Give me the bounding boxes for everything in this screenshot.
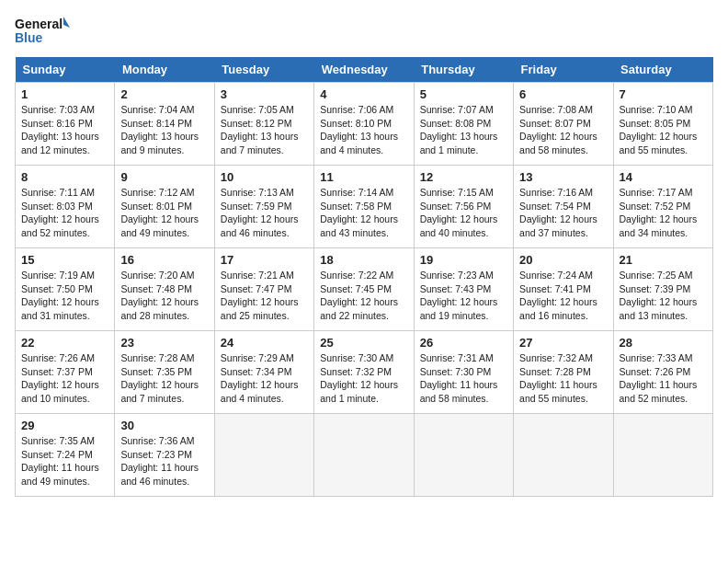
day-number: 6 xyxy=(519,87,607,101)
calendar-cell: 29Sunrise: 7:35 AMSunset: 7:24 PMDayligh… xyxy=(16,414,115,497)
svg-marker-2 xyxy=(63,17,70,28)
calendar-cell: 25Sunrise: 7:30 AMSunset: 7:32 PMDayligh… xyxy=(314,331,414,414)
calendar-cell: 13Sunrise: 7:16 AMSunset: 7:54 PMDayligh… xyxy=(514,166,613,248)
calendar-cell: 2Sunrise: 7:04 AMSunset: 8:14 PMDaylight… xyxy=(115,83,214,166)
calendar-cell: 21Sunrise: 7:25 AMSunset: 7:39 PMDayligh… xyxy=(613,248,712,331)
day-header-saturday: Saturday xyxy=(613,57,712,83)
day-number: 24 xyxy=(221,336,308,350)
day-number: 4 xyxy=(320,87,407,101)
week-row-1: 1Sunrise: 7:03 AMSunset: 8:16 PMDaylight… xyxy=(16,83,713,166)
calendar-cell: 14Sunrise: 7:17 AMSunset: 7:52 PMDayligh… xyxy=(613,166,712,248)
day-number: 3 xyxy=(221,87,308,101)
calendar-cell: 3Sunrise: 7:05 AMSunset: 8:12 PMDaylight… xyxy=(214,83,313,166)
calendar-cell xyxy=(613,414,712,497)
calendar-cell: 28Sunrise: 7:33 AMSunset: 7:26 PMDayligh… xyxy=(613,331,712,414)
week-row-4: 22Sunrise: 7:26 AMSunset: 7:37 PMDayligh… xyxy=(16,331,713,414)
day-number: 16 xyxy=(120,253,208,267)
day-header-thursday: Thursday xyxy=(414,57,513,83)
day-headers: SundayMondayTuesdayWednesdayThursdayFrid… xyxy=(16,57,713,83)
day-number: 30 xyxy=(120,419,208,432)
day-header-monday: Monday xyxy=(115,57,214,83)
calendar-cell: 4Sunrise: 7:06 AMSunset: 8:10 PMDaylight… xyxy=(314,83,414,166)
day-number: 23 xyxy=(120,336,208,350)
svg-text:Blue: Blue xyxy=(15,30,43,45)
week-row-5: 29Sunrise: 7:35 AMSunset: 7:24 PMDayligh… xyxy=(16,414,713,497)
day-header-tuesday: Tuesday xyxy=(214,57,313,83)
day-number: 17 xyxy=(221,253,308,267)
day-number: 28 xyxy=(620,336,707,350)
day-number: 11 xyxy=(320,170,407,184)
day-number: 18 xyxy=(320,253,407,267)
calendar-cell: 5Sunrise: 7:07 AMSunset: 8:08 PMDaylight… xyxy=(414,83,513,166)
page-header: General Blue xyxy=(15,15,713,48)
week-row-2: 8Sunrise: 7:11 AMSunset: 8:03 PMDaylight… xyxy=(16,166,713,248)
day-number: 8 xyxy=(21,170,108,184)
calendar-cell: 1Sunrise: 7:03 AMSunset: 8:16 PMDaylight… xyxy=(16,83,115,166)
day-number: 21 xyxy=(620,253,707,267)
calendar-cell: 19Sunrise: 7:23 AMSunset: 7:43 PMDayligh… xyxy=(414,248,513,331)
calendar-cell: 26Sunrise: 7:31 AMSunset: 7:30 PMDayligh… xyxy=(414,331,513,414)
calendar-cell: 8Sunrise: 7:11 AMSunset: 8:03 PMDaylight… xyxy=(16,166,115,248)
day-header-wednesday: Wednesday xyxy=(314,57,414,83)
day-number: 22 xyxy=(21,336,108,350)
day-number: 20 xyxy=(519,253,607,267)
svg-text:General: General xyxy=(15,17,63,31)
calendar-cell: 18Sunrise: 7:22 AMSunset: 7:45 PMDayligh… xyxy=(314,248,414,331)
calendar-cell: 24Sunrise: 7:29 AMSunset: 7:34 PMDayligh… xyxy=(214,331,313,414)
calendar-cell: 23Sunrise: 7:28 AMSunset: 7:35 PMDayligh… xyxy=(115,331,214,414)
calendar-cell xyxy=(514,414,613,497)
day-number: 25 xyxy=(320,336,407,350)
calendar-cell: 30Sunrise: 7:36 AMSunset: 7:23 PMDayligh… xyxy=(115,414,214,497)
day-header-sunday: Sunday xyxy=(16,57,115,83)
calendar-cell: 7Sunrise: 7:10 AMSunset: 8:05 PMDaylight… xyxy=(613,83,712,166)
logo: General Blue xyxy=(15,15,70,48)
calendar-cell: 22Sunrise: 7:26 AMSunset: 7:37 PMDayligh… xyxy=(16,331,115,414)
week-row-3: 15Sunrise: 7:19 AMSunset: 7:50 PMDayligh… xyxy=(16,248,713,331)
logo-svg: General Blue xyxy=(15,15,70,48)
calendar-cell xyxy=(214,414,313,497)
day-number: 27 xyxy=(519,336,607,350)
calendar-cell: 11Sunrise: 7:14 AMSunset: 7:58 PMDayligh… xyxy=(314,166,414,248)
day-number: 26 xyxy=(420,336,507,350)
calendar-cell: 6Sunrise: 7:08 AMSunset: 8:07 PMDaylight… xyxy=(514,83,613,166)
day-number: 15 xyxy=(21,253,108,267)
calendar-cell: 12Sunrise: 7:15 AMSunset: 7:56 PMDayligh… xyxy=(414,166,513,248)
calendar-cell: 16Sunrise: 7:20 AMSunset: 7:48 PMDayligh… xyxy=(115,248,214,331)
day-number: 10 xyxy=(221,170,308,184)
day-number: 14 xyxy=(620,170,707,184)
calendar-cell: 20Sunrise: 7:24 AMSunset: 7:41 PMDayligh… xyxy=(514,248,613,331)
calendar-cell: 15Sunrise: 7:19 AMSunset: 7:50 PMDayligh… xyxy=(16,248,115,331)
calendar-cell: 10Sunrise: 7:13 AMSunset: 7:59 PMDayligh… xyxy=(214,166,313,248)
day-number: 1 xyxy=(21,87,108,101)
calendar-cell: 9Sunrise: 7:12 AMSunset: 8:01 PMDaylight… xyxy=(115,166,214,248)
day-header-friday: Friday xyxy=(514,57,613,83)
calendar-cell xyxy=(414,414,513,497)
day-number: 19 xyxy=(420,253,507,267)
day-number: 9 xyxy=(120,170,208,184)
calendar-cell: 17Sunrise: 7:21 AMSunset: 7:47 PMDayligh… xyxy=(214,248,313,331)
calendar-cell: 27Sunrise: 7:32 AMSunset: 7:28 PMDayligh… xyxy=(514,331,613,414)
day-number: 7 xyxy=(620,87,707,101)
calendar-cell xyxy=(314,414,414,497)
day-number: 5 xyxy=(420,87,507,101)
day-number: 2 xyxy=(120,87,208,101)
day-number: 12 xyxy=(420,170,507,184)
calendar-table: SundayMondayTuesdayWednesdayThursdayFrid… xyxy=(15,57,713,497)
day-number: 29 xyxy=(21,419,108,432)
day-number: 13 xyxy=(519,170,607,184)
